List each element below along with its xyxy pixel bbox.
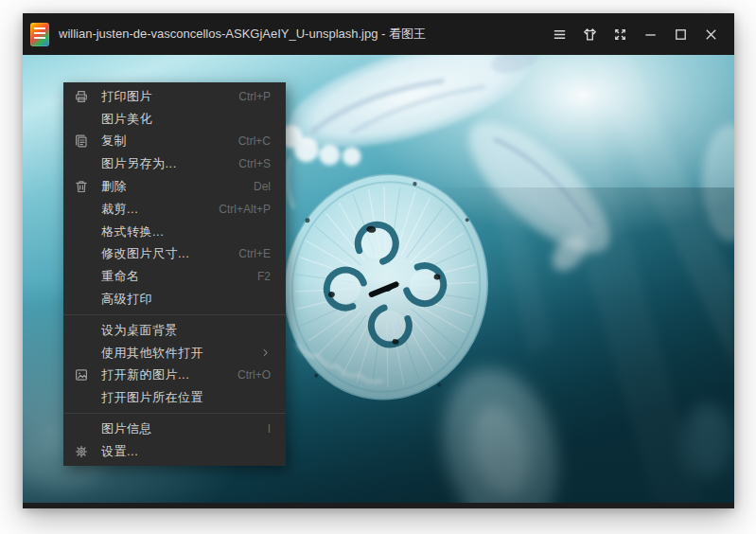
blank-icon (73, 322, 89, 338)
image-icon (73, 367, 89, 383)
menu-item-label: 设为桌面背景 (101, 322, 271, 339)
trash-icon (73, 179, 89, 195)
blank-icon (73, 292, 89, 308)
menu-item-shortcut: Ctrl+S (238, 157, 271, 170)
blank-icon (73, 421, 89, 437)
app-logo-icon (30, 23, 49, 46)
menu-item-shortcut: Ctrl+E (238, 247, 271, 260)
menu-item-rename[interactable]: 重命名F2 (63, 265, 286, 288)
maximize-icon[interactable] (672, 26, 689, 43)
menu-item-label: 打印图片 (101, 88, 227, 105)
blank-icon (73, 201, 89, 217)
close-icon[interactable] (702, 26, 719, 43)
menu-item-shortcut: Ctrl+C (238, 134, 271, 148)
blank-icon (73, 156, 89, 172)
menu-item-label: 设置... (101, 443, 271, 460)
menu-item-label: 裁剪... (101, 201, 207, 218)
menu-item-set-wallpaper[interactable]: 设为桌面背景 (63, 319, 286, 342)
window-bottom-edge (23, 503, 734, 508)
menu-item-settings[interactable]: 设置... (63, 440, 286, 463)
blank-icon (73, 269, 89, 285)
menu-item-shortcut: Ctrl+O (237, 368, 271, 382)
blank-icon (73, 246, 89, 262)
menu-item-beautify[interactable]: 图片美化 (63, 108, 286, 131)
menu-item-print[interactable]: 打印图片Ctrl+P (63, 85, 286, 108)
app-window: willian-justen-de-vasconcellos-ASKGjAeIY… (23, 13, 734, 508)
menu-item-label: 打开新的图片... (101, 366, 226, 383)
menu-item-label: 图片美化 (101, 111, 271, 128)
window-title: willian-justen-de-vasconcellos-ASKGjAeIY… (59, 26, 426, 43)
gear-icon (73, 443, 89, 459)
blank-icon (73, 390, 89, 406)
menu-item-label: 复制 (101, 133, 227, 150)
menu-item-save-as[interactable]: 图片另存为...Ctrl+S (63, 152, 286, 175)
menu-item-advanced-print[interactable]: 高级打印 (63, 288, 286, 311)
menu-item-label: 修改图片尺寸... (101, 245, 227, 262)
menu-item-label: 重命名 (101, 268, 246, 285)
menu-separator (63, 314, 286, 315)
menu-item-image-info[interactable]: 图片信息I (63, 418, 286, 440)
blank-icon (73, 345, 89, 361)
copy-icon (73, 134, 89, 150)
menu-item-shortcut: Ctrl+Alt+P (219, 203, 271, 216)
menu-item-label: 图片信息 (101, 420, 256, 437)
menu-item-label: 格式转换... (101, 223, 271, 240)
menu-item-shortcut: Ctrl+P (238, 90, 271, 103)
titlebar-controls (551, 26, 719, 43)
menu-item-label: 删除 (101, 178, 242, 195)
menu-item-label: 打开图片所在位置 (101, 389, 271, 406)
menu-item-label: 图片另存为... (101, 155, 227, 172)
menu-item-copy[interactable]: 复制Ctrl+C (63, 131, 286, 153)
menu-item-open-with[interactable]: 使用其他软件打开 (63, 342, 286, 365)
skin-tshirt-icon[interactable] (581, 26, 598, 43)
menu-item-label: 使用其他软件打开 (101, 345, 248, 362)
hamburger-menu-icon[interactable] (551, 26, 568, 43)
blank-icon (73, 223, 89, 240)
menu-item-shortcut: I (268, 422, 271, 436)
menu-item-shortcut: Del (254, 180, 271, 193)
submenu-chevron-icon (259, 347, 271, 359)
menu-item-label: 高级打印 (101, 291, 271, 308)
menu-item-delete[interactable]: 删除Del (63, 175, 286, 198)
minimize-icon[interactable] (642, 26, 659, 43)
menu-item-crop[interactable]: 裁剪...Ctrl+Alt+P (63, 198, 286, 221)
title-bar: willian-justen-de-vasconcellos-ASKGjAeIY… (23, 13, 734, 55)
context-menu: 打印图片Ctrl+P图片美化复制Ctrl+C图片另存为...Ctrl+S删除De… (63, 82, 286, 466)
blank-icon (73, 111, 89, 127)
menu-item-resize[interactable]: 修改图片尺寸...Ctrl+E (63, 243, 286, 266)
menu-item-open-new[interactable]: 打开新的图片...Ctrl+O (63, 365, 286, 387)
menu-separator (63, 413, 286, 414)
fullscreen-icon[interactable] (611, 26, 628, 43)
printer-icon (73, 88, 89, 104)
menu-item-shortcut: F2 (257, 270, 271, 283)
menu-item-format-convert[interactable]: 格式转换... (63, 221, 286, 243)
menu-item-open-location[interactable]: 打开图片所在位置 (63, 386, 286, 409)
